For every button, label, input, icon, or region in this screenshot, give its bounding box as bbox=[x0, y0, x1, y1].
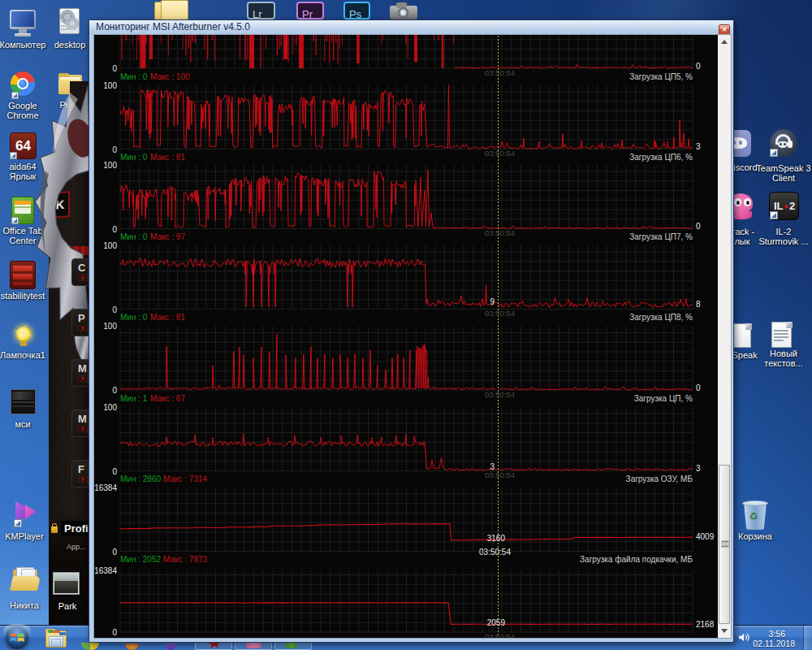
svg-text:Макс : 67: Макс : 67 bbox=[150, 394, 185, 403]
svg-text:Макс : 81: Макс : 81 bbox=[150, 153, 185, 162]
svg-text:03:50:54: 03:50:54 bbox=[485, 390, 515, 399]
svg-text:0: 0 bbox=[112, 386, 117, 395]
svg-text:3160: 3160 bbox=[487, 534, 506, 543]
svg-text:4009: 4009 bbox=[696, 532, 715, 541]
svg-text:Загрузка ЦП, %: Загрузка ЦП, % bbox=[634, 394, 693, 403]
svg-text:16384: 16384 bbox=[94, 566, 117, 575]
svg-text:2168: 2168 bbox=[696, 620, 715, 629]
svg-text:Мин : 0: Мин : 0 bbox=[120, 313, 148, 322]
svg-text:03:50:54: 03:50:54 bbox=[485, 470, 515, 479]
svg-text:100: 100 bbox=[103, 241, 117, 250]
svg-text:Загрузка ЦП8, %: Загрузка ЦП8, % bbox=[629, 313, 693, 322]
svg-text:100: 100 bbox=[103, 322, 117, 331]
svg-text:Мин : 0: Мин : 0 bbox=[120, 153, 148, 162]
svg-text:8: 8 bbox=[696, 300, 701, 309]
svg-text:16384: 16384 bbox=[94, 483, 117, 492]
svg-text:Мин : 0: Мин : 0 bbox=[120, 232, 148, 241]
svg-text:0: 0 bbox=[112, 64, 117, 73]
svg-text:100: 100 bbox=[103, 81, 117, 90]
svg-text:0: 0 bbox=[112, 145, 117, 154]
svg-text:03:50:54: 03:50:54 bbox=[479, 548, 511, 557]
svg-text:100: 100 bbox=[103, 403, 117, 412]
svg-text:0: 0 bbox=[112, 467, 117, 476]
svg-text:Загрузка ОЗУ, МБ: Загрузка ОЗУ, МБ bbox=[626, 474, 693, 483]
svg-text:0: 0 bbox=[696, 62, 701, 71]
svg-text:2059: 2059 bbox=[487, 618, 506, 627]
svg-text:Мин : 1: Мин : 1 bbox=[120, 394, 148, 403]
svg-text:Мин : 2052: Мин : 2052 bbox=[120, 555, 161, 564]
svg-text:Загрузка файла подкачки, МБ: Загрузка файла подкачки, МБ bbox=[580, 555, 693, 564]
svg-text:03:50:54: 03:50:54 bbox=[485, 149, 515, 158]
svg-text:Мин : 2860: Мин : 2860 bbox=[120, 474, 161, 483]
svg-text:0: 0 bbox=[112, 548, 117, 557]
svg-text:3: 3 bbox=[696, 142, 701, 151]
svg-text:9: 9 bbox=[490, 297, 495, 306]
svg-text:Мин : 0: Мин : 0 bbox=[120, 72, 148, 81]
svg-text:Макс : 7314: Макс : 7314 bbox=[163, 474, 208, 483]
svg-text:Макс : 81: Макс : 81 bbox=[150, 313, 185, 322]
svg-text:100: 100 bbox=[103, 161, 117, 170]
svg-text:3: 3 bbox=[696, 464, 701, 473]
svg-text:Макс : 97: Макс : 97 bbox=[150, 232, 185, 241]
svg-text:Загрузка ЦП7, %: Загрузка ЦП7, % bbox=[629, 232, 693, 241]
svg-text:0: 0 bbox=[112, 225, 117, 234]
svg-text:03:50:54: 03:50:54 bbox=[485, 632, 515, 639]
svg-text:Загрузка ЦП6, %: Загрузка ЦП6, % bbox=[629, 153, 693, 162]
svg-text:0: 0 bbox=[112, 628, 117, 637]
svg-text:0: 0 bbox=[112, 306, 117, 314]
svg-text:03:50:54: 03:50:54 bbox=[485, 68, 515, 77]
svg-text:03:50:54: 03:50:54 bbox=[485, 228, 515, 237]
svg-text:03:50:54: 03:50:54 bbox=[485, 309, 515, 318]
svg-text:Загрузка ЦП5, %: Загрузка ЦП5, % bbox=[629, 72, 693, 81]
svg-text:0: 0 bbox=[696, 222, 701, 231]
svg-text:Макс : 100: Макс : 100 bbox=[150, 72, 190, 81]
svg-text:Макс : 7873: Макс : 7873 bbox=[163, 555, 208, 564]
svg-text:0: 0 bbox=[696, 384, 701, 392]
